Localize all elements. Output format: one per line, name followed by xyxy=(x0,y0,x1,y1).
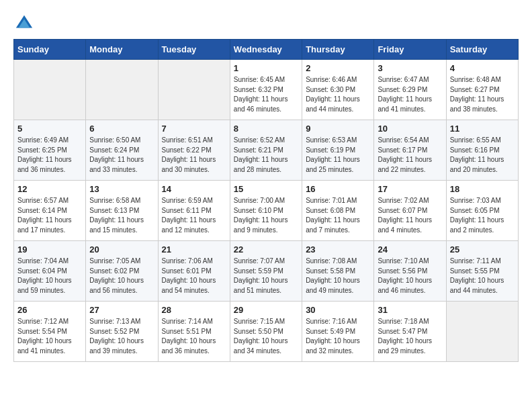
day-info: Sunrise: 6:49 AM Sunset: 6:25 PM Dayligh… xyxy=(17,136,82,175)
weekday-header-wednesday: Wednesday xyxy=(230,40,302,60)
day-info: Sunrise: 6:51 AM Sunset: 6:22 PM Dayligh… xyxy=(162,136,226,175)
day-number: 21 xyxy=(162,244,226,255)
day-cell: 1Sunrise: 6:45 AM Sunset: 6:32 PM Daylig… xyxy=(230,60,302,120)
logo-text xyxy=(13,13,35,32)
page-header xyxy=(13,13,519,32)
day-cell: 5Sunrise: 6:49 AM Sunset: 6:25 PM Daylig… xyxy=(14,120,86,181)
weekday-header-tuesday: Tuesday xyxy=(158,40,230,60)
day-info: Sunrise: 7:13 AM Sunset: 5:52 PM Dayligh… xyxy=(89,317,154,356)
day-cell: 27Sunrise: 7:13 AM Sunset: 5:52 PM Dayli… xyxy=(86,302,158,362)
day-number: 3 xyxy=(378,63,442,73)
weekday-header-sunday: Sunday xyxy=(14,40,86,60)
weekday-header-saturday: Saturday xyxy=(446,40,518,60)
day-info: Sunrise: 6:55 AM Sunset: 6:16 PM Dayligh… xyxy=(450,136,515,175)
day-info: Sunrise: 6:54 AM Sunset: 6:17 PM Dayligh… xyxy=(378,136,442,175)
day-cell: 12Sunrise: 6:57 AM Sunset: 6:14 PM Dayli… xyxy=(14,181,86,241)
day-cell: 6Sunrise: 6:50 AM Sunset: 6:24 PM Daylig… xyxy=(86,120,158,181)
day-info: Sunrise: 6:53 AM Sunset: 6:19 PM Dayligh… xyxy=(306,136,370,175)
day-info: Sunrise: 7:05 AM Sunset: 6:02 PM Dayligh… xyxy=(89,257,154,295)
day-cell: 9Sunrise: 6:53 AM Sunset: 6:19 PM Daylig… xyxy=(302,120,374,181)
day-cell: 4Sunrise: 6:48 AM Sunset: 6:27 PM Daylig… xyxy=(446,60,518,120)
day-cell: 22Sunrise: 7:07 AM Sunset: 5:59 PM Dayli… xyxy=(230,241,302,302)
calendar-table: SundayMondayTuesdayWednesdayThursdayFrid… xyxy=(13,39,519,362)
day-number: 25 xyxy=(450,244,515,255)
day-cell: 13Sunrise: 6:58 AM Sunset: 6:13 PM Dayli… xyxy=(86,181,158,241)
week-row-2: 5Sunrise: 6:49 AM Sunset: 6:25 PM Daylig… xyxy=(14,120,519,181)
day-number: 18 xyxy=(450,184,515,194)
day-info: Sunrise: 6:47 AM Sunset: 6:29 PM Dayligh… xyxy=(378,75,442,114)
week-row-5: 26Sunrise: 7:12 AM Sunset: 5:54 PM Dayli… xyxy=(14,302,519,362)
weekday-header-monday: Monday xyxy=(86,40,158,60)
weekday-header-row: SundayMondayTuesdayWednesdayThursdayFrid… xyxy=(14,40,519,60)
day-cell: 7Sunrise: 6:51 AM Sunset: 6:22 PM Daylig… xyxy=(158,120,230,181)
day-cell: 30Sunrise: 7:16 AM Sunset: 5:49 PM Dayli… xyxy=(302,302,374,362)
day-cell: 14Sunrise: 6:59 AM Sunset: 6:11 PM Dayli… xyxy=(158,181,230,241)
day-number: 23 xyxy=(306,244,370,255)
day-info: Sunrise: 7:00 AM Sunset: 6:10 PM Dayligh… xyxy=(234,196,298,235)
day-number: 8 xyxy=(234,124,298,134)
week-row-4: 19Sunrise: 7:04 AM Sunset: 6:04 PM Dayli… xyxy=(14,241,519,302)
day-cell xyxy=(14,60,86,120)
day-cell: 3Sunrise: 6:47 AM Sunset: 6:29 PM Daylig… xyxy=(374,60,446,120)
day-number: 28 xyxy=(162,305,226,315)
day-number: 20 xyxy=(89,244,154,255)
week-row-3: 12Sunrise: 6:57 AM Sunset: 6:14 PM Dayli… xyxy=(14,181,519,241)
day-number: 14 xyxy=(162,184,226,194)
day-number: 31 xyxy=(378,305,442,315)
day-cell: 8Sunrise: 6:52 AM Sunset: 6:21 PM Daylig… xyxy=(230,120,302,181)
day-cell xyxy=(446,302,518,362)
day-info: Sunrise: 7:06 AM Sunset: 6:01 PM Dayligh… xyxy=(162,257,226,295)
weekday-header-friday: Friday xyxy=(374,40,446,60)
day-cell: 20Sunrise: 7:05 AM Sunset: 6:02 PM Dayli… xyxy=(86,241,158,302)
day-number: 5 xyxy=(17,124,82,134)
day-number: 4 xyxy=(450,63,515,73)
day-info: Sunrise: 7:03 AM Sunset: 6:05 PM Dayligh… xyxy=(450,196,515,235)
day-number: 11 xyxy=(450,124,515,134)
day-info: Sunrise: 6:52 AM Sunset: 6:21 PM Dayligh… xyxy=(234,136,298,175)
day-cell: 16Sunrise: 7:01 AM Sunset: 6:08 PM Dayli… xyxy=(302,181,374,241)
day-number: 22 xyxy=(234,244,298,255)
day-info: Sunrise: 7:01 AM Sunset: 6:08 PM Dayligh… xyxy=(306,196,370,235)
day-cell: 21Sunrise: 7:06 AM Sunset: 6:01 PM Dayli… xyxy=(158,241,230,302)
day-cell: 28Sunrise: 7:14 AM Sunset: 5:51 PM Dayli… xyxy=(158,302,230,362)
day-number: 9 xyxy=(306,124,370,134)
day-cell: 24Sunrise: 7:10 AM Sunset: 5:56 PM Dayli… xyxy=(374,241,446,302)
day-cell: 11Sunrise: 6:55 AM Sunset: 6:16 PM Dayli… xyxy=(446,120,518,181)
day-info: Sunrise: 7:08 AM Sunset: 5:58 PM Dayligh… xyxy=(306,257,370,295)
day-cell: 18Sunrise: 7:03 AM Sunset: 6:05 PM Dayli… xyxy=(446,181,518,241)
day-cell: 25Sunrise: 7:11 AM Sunset: 5:55 PM Dayli… xyxy=(446,241,518,302)
day-cell: 10Sunrise: 6:54 AM Sunset: 6:17 PM Dayli… xyxy=(374,120,446,181)
day-info: Sunrise: 7:07 AM Sunset: 5:59 PM Dayligh… xyxy=(234,257,298,295)
day-cell xyxy=(158,60,230,120)
day-info: Sunrise: 6:59 AM Sunset: 6:11 PM Dayligh… xyxy=(162,196,226,235)
day-cell: 15Sunrise: 7:00 AM Sunset: 6:10 PM Dayli… xyxy=(230,181,302,241)
week-row-1: 1Sunrise: 6:45 AM Sunset: 6:32 PM Daylig… xyxy=(14,60,519,120)
day-info: Sunrise: 7:18 AM Sunset: 5:47 PM Dayligh… xyxy=(378,317,442,356)
day-info: Sunrise: 6:57 AM Sunset: 6:14 PM Dayligh… xyxy=(17,196,82,235)
day-number: 6 xyxy=(89,124,154,134)
day-number: 16 xyxy=(306,184,370,194)
day-number: 12 xyxy=(17,184,82,194)
day-info: Sunrise: 7:02 AM Sunset: 6:07 PM Dayligh… xyxy=(378,196,442,235)
day-cell: 29Sunrise: 7:15 AM Sunset: 5:50 PM Dayli… xyxy=(230,302,302,362)
day-number: 29 xyxy=(234,305,298,315)
day-info: Sunrise: 7:15 AM Sunset: 5:50 PM Dayligh… xyxy=(234,317,298,356)
day-info: Sunrise: 7:04 AM Sunset: 6:04 PM Dayligh… xyxy=(17,257,82,295)
day-info: Sunrise: 6:45 AM Sunset: 6:32 PM Dayligh… xyxy=(234,75,298,114)
day-info: Sunrise: 6:58 AM Sunset: 6:13 PM Dayligh… xyxy=(89,196,154,235)
day-info: Sunrise: 6:48 AM Sunset: 6:27 PM Dayligh… xyxy=(450,75,515,114)
day-cell: 23Sunrise: 7:08 AM Sunset: 5:58 PM Dayli… xyxy=(302,241,374,302)
day-number: 15 xyxy=(234,184,298,194)
day-info: Sunrise: 6:50 AM Sunset: 6:24 PM Dayligh… xyxy=(89,136,154,175)
day-number: 24 xyxy=(378,244,442,255)
day-number: 19 xyxy=(17,244,82,255)
day-number: 7 xyxy=(162,124,226,134)
day-cell: 2Sunrise: 6:46 AM Sunset: 6:30 PM Daylig… xyxy=(302,60,374,120)
day-cell: 31Sunrise: 7:18 AM Sunset: 5:47 PM Dayli… xyxy=(374,302,446,362)
logo-icon xyxy=(15,13,34,32)
day-info: Sunrise: 7:12 AM Sunset: 5:54 PM Dayligh… xyxy=(17,317,82,356)
day-number: 13 xyxy=(89,184,154,194)
day-info: Sunrise: 7:10 AM Sunset: 5:56 PM Dayligh… xyxy=(378,257,442,295)
day-cell: 17Sunrise: 7:02 AM Sunset: 6:07 PM Dayli… xyxy=(374,181,446,241)
weekday-header-thursday: Thursday xyxy=(302,40,374,60)
